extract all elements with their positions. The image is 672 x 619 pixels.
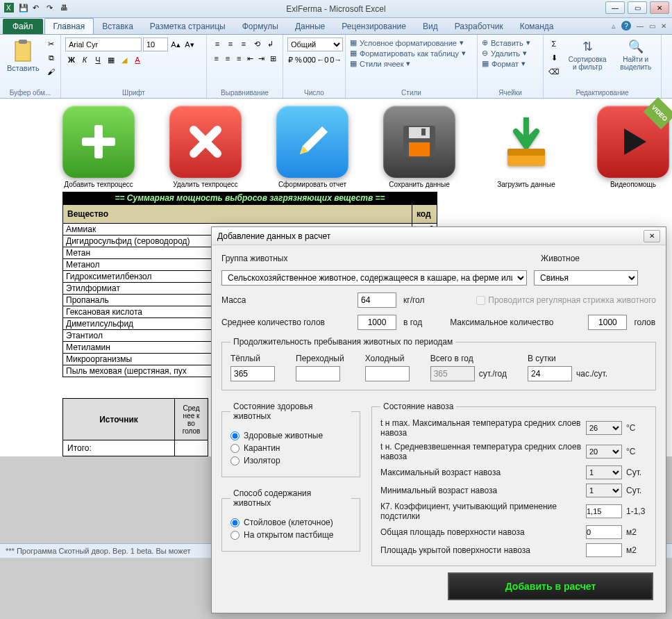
align-left-icon[interactable]: ≡	[211, 52, 221, 65]
bold-icon[interactable]: Ж	[65, 53, 78, 66]
dec-dec-icon[interactable]: 0→	[330, 53, 342, 66]
play-icon	[616, 124, 650, 159]
health-quarantine-radio[interactable]: Карантин	[230, 443, 351, 453]
animal-select[interactable]: Свинья	[534, 270, 638, 286]
cell-styles-button[interactable]: ▦Стили ячеек ▾	[350, 58, 473, 69]
font-color-icon[interactable]: A	[131, 53, 144, 66]
tab-review[interactable]: Рецензирование	[333, 19, 414, 34]
tab-insert[interactable]: Вставка	[94, 19, 142, 34]
align-top-icon[interactable]: ≡	[211, 38, 224, 50]
load-data-button[interactable]: Загрузить данные	[490, 106, 562, 189]
format-as-table-button[interactable]: ▦Форматировать как таблицу ▾	[350, 48, 473, 58]
comma-icon[interactable]: 000	[303, 53, 316, 66]
keep-pasture-radio[interactable]: На открытом пастбище	[230, 530, 351, 540]
align-mid-icon[interactable]: ≡	[224, 38, 237, 50]
wrap-icon[interactable]: ↲	[264, 38, 276, 50]
copy-icon[interactable]: ⧉	[45, 51, 58, 64]
keep-stall-radio[interactable]: Стойловое (клеточное)	[230, 518, 351, 527]
save-data-button[interactable]: Сохранить данные	[383, 106, 455, 189]
report-button[interactable]: Сформировать отчет	[276, 106, 348, 189]
font-size-input[interactable]	[143, 38, 168, 51]
inc-dec-icon[interactable]: ←0	[317, 53, 329, 66]
video-help-button[interactable]: VIDEO Видеопомощь	[597, 106, 669, 189]
add-process-button[interactable]: Добавить техпроцесс	[62, 106, 135, 189]
indent-dec-icon[interactable]: ⇤	[245, 52, 255, 65]
tab-formulas[interactable]: Формулы	[234, 19, 287, 34]
mass-input[interactable]	[358, 292, 396, 308]
close-button[interactable]: ✕	[650, 1, 669, 14]
avg-unit: в год	[403, 317, 422, 327]
add-to-calc-button[interactable]: Добавить в расчет	[448, 572, 653, 600]
animal-group-select[interactable]: Сельскохозяйственное животное, содержаще…	[221, 270, 527, 286]
period-trans-input[interactable]	[296, 366, 340, 381]
avg-count-input[interactable]	[358, 315, 396, 330]
tmax-select[interactable]: 26	[586, 421, 622, 435]
shrink-font-icon[interactable]: A▾	[183, 38, 196, 51]
format-cells-button[interactable]: ▦ Формат ▾	[482, 58, 539, 69]
svg-text:X: X	[6, 4, 11, 12]
currency-icon[interactable]: ₽	[287, 53, 294, 66]
orientation-icon[interactable]: ⟲	[251, 38, 263, 50]
health-healthy-radio[interactable]: Здоровые животные	[230, 431, 351, 440]
align-bot-icon[interactable]: ≡	[237, 38, 250, 50]
delete-cells-button[interactable]: ⊖ Удалить ▾	[482, 48, 539, 58]
merge-icon[interactable]: ⊞	[268, 52, 278, 65]
format-painter-icon[interactable]: 🖌	[45, 65, 58, 78]
autosum-icon[interactable]: Σ	[548, 38, 560, 50]
paste-button[interactable]: Вставить	[4, 38, 42, 74]
max-count-input[interactable]	[588, 315, 627, 330]
area-input[interactable]	[586, 525, 622, 539]
indent-inc-icon[interactable]: ⇥	[256, 52, 267, 65]
tab-home[interactable]: Главная	[44, 18, 94, 34]
print-icon[interactable]: 🖶	[60, 3, 72, 15]
agemin-select[interactable]: 1	[586, 484, 622, 497]
find-select-button[interactable]: 🔍 Найти и выделить	[614, 38, 657, 72]
health-isolator-radio[interactable]: Изолятор	[230, 456, 351, 465]
period-day-input[interactable]	[528, 366, 572, 381]
group-label: Группа животных	[221, 254, 288, 263]
ribbon-minimize-icon[interactable]: ▵	[612, 22, 616, 31]
tab-team[interactable]: Команда	[512, 19, 562, 34]
excel-icon: X	[4, 3, 17, 15]
cut-icon[interactable]: ✂	[45, 38, 58, 50]
covered-input[interactable]	[586, 543, 622, 557]
k7-input[interactable]	[586, 504, 622, 518]
tavg-select[interactable]: 20	[586, 445, 622, 459]
tab-developer[interactable]: Разработчик	[446, 19, 512, 34]
help-icon[interactable]: ?	[621, 21, 631, 31]
cond-format-button[interactable]: ▦Условное форматирование ▾	[350, 38, 473, 48]
workbook-close-icon[interactable]: ✕	[661, 22, 666, 30]
tab-file[interactable]: Файл	[3, 19, 43, 34]
minimize-button[interactable]: —	[605, 1, 625, 14]
fill-color-icon[interactable]: ◢	[118, 53, 131, 66]
dialog-close-button[interactable]: ✕	[644, 230, 660, 242]
workbook-max-icon[interactable]: ▭	[649, 22, 655, 30]
tab-data[interactable]: Данные	[287, 19, 333, 34]
grow-font-icon[interactable]: A▴	[169, 38, 182, 51]
font-name-input[interactable]	[65, 38, 142, 51]
italic-icon[interactable]: К	[78, 53, 91, 66]
workbook-min-icon[interactable]: —	[637, 22, 644, 30]
delete-process-button[interactable]: Удалить техпроцесс	[169, 106, 242, 189]
clear-icon[interactable]: ⌫	[548, 65, 560, 78]
agemax-select[interactable]: 1	[586, 465, 622, 479]
svg-rect-3	[19, 40, 27, 44]
redo-icon[interactable]: ↷	[46, 3, 58, 15]
undo-icon[interactable]: ↶	[32, 3, 44, 15]
tab-view[interactable]: Вид	[414, 19, 446, 34]
percent-icon[interactable]: %	[294, 53, 303, 66]
maximize-button[interactable]: ▭	[628, 1, 647, 14]
tab-layout[interactable]: Разметка страницы	[142, 19, 234, 34]
number-format-select[interactable]: Общий	[287, 38, 343, 51]
fill-icon[interactable]: ⬇	[548, 51, 560, 64]
align-center-icon[interactable]: ≡	[222, 52, 233, 65]
period-warm-input[interactable]	[230, 366, 275, 381]
keep-fieldset: Способ содержания животных Стойловое (кл…	[221, 488, 360, 552]
insert-cells-button[interactable]: ⊕ Вставить ▾	[482, 38, 539, 48]
period-cold-input[interactable]	[365, 366, 410, 381]
underline-icon[interactable]: Ч	[92, 53, 104, 66]
border-icon[interactable]: ▦	[105, 53, 117, 66]
sort-filter-button[interactable]: ⇅ Сортировка и фильтр	[563, 38, 612, 72]
save-icon[interactable]: 💾	[18, 3, 31, 15]
align-right-icon[interactable]: ≡	[234, 52, 244, 65]
